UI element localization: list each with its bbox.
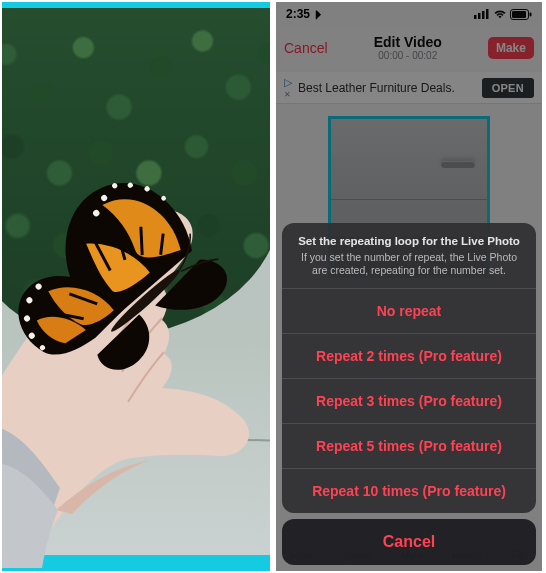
app-pane: 2:35 ⏵ Cancel Edit Video 00:00 - 00:02 M…: [276, 2, 542, 571]
action-sheet: Set the repeating loop for the Live Phot…: [282, 223, 536, 565]
photo-pane: [2, 2, 270, 571]
option-repeat-2-times[interactable]: Repeat 2 times (Pro feature): [282, 334, 536, 379]
photo: [2, 18, 270, 555]
action-sheet-title: Set the repeating loop for the Live Phot…: [296, 235, 522, 247]
action-sheet-header: Set the repeating loop for the Live Phot…: [282, 223, 536, 289]
option-no-repeat[interactable]: No repeat: [282, 289, 536, 334]
option-repeat-10-times[interactable]: Repeat 10 times (Pro feature): [282, 469, 536, 513]
option-repeat-3-times[interactable]: Repeat 3 times (Pro feature): [282, 379, 536, 424]
option-repeat-5-times[interactable]: Repeat 5 times (Pro feature): [282, 424, 536, 469]
action-sheet-cancel-button[interactable]: Cancel: [282, 519, 536, 565]
hand-with-butterfly: [2, 58, 270, 568]
action-sheet-group: Set the repeating loop for the Live Phot…: [282, 223, 536, 513]
action-sheet-subtitle: If you set the number of repeat, the Liv…: [296, 251, 522, 278]
